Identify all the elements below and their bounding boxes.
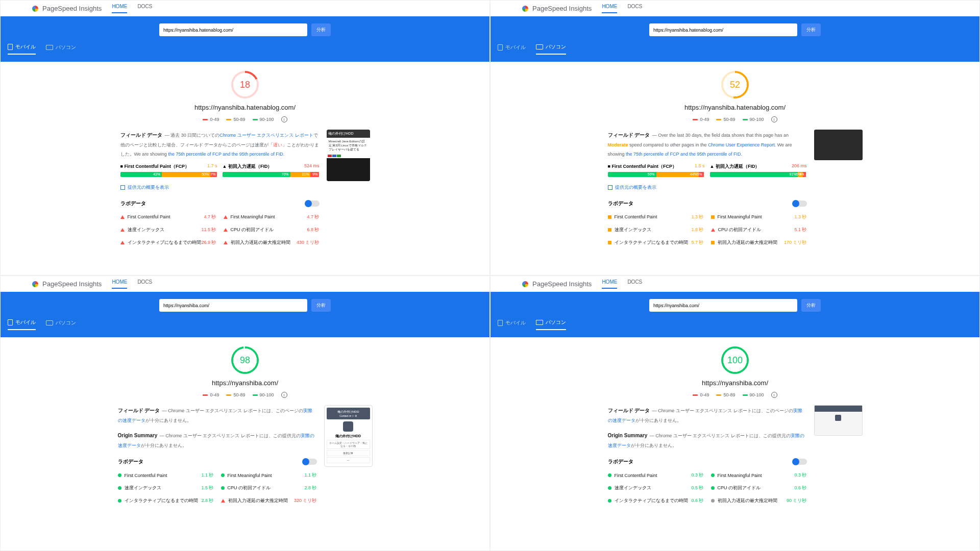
status-icon [118, 486, 121, 490]
psi-panel-2: PageSpeed Insights HOME DOCS 分析 モバイル パソコ… [0, 276, 490, 551]
fcp-bar: 43%50%7% [120, 172, 217, 177]
info-icon[interactable]: i [771, 116, 777, 122]
status-icon [711, 499, 715, 503]
nav-home[interactable]: HOME [112, 4, 127, 13]
mobile-icon [8, 319, 13, 325]
analyze-button[interactable]: 分析 [801, 299, 821, 312]
lab-metric-row: 速度インデックス 1.5 秒 [118, 482, 214, 494]
psi-panel-1: PageSpeed Insights HOME DOCS 分析 モバイル パソコ… [490, 0, 980, 276]
score-legend: 0-49 50-89 90-100 i [693, 392, 777, 398]
page-preview [814, 405, 863, 436]
origin-summary-label: Origin Summary [118, 433, 158, 438]
view-toggle[interactable] [793, 201, 807, 207]
tab-desktop[interactable]: パソコン [536, 319, 566, 330]
status-icon [711, 486, 715, 490]
analyze-button[interactable]: 分析 [311, 23, 331, 36]
performance-score: 52 [721, 71, 749, 98]
origin-summary-toggle[interactable]: 提供元の概要を表示 [608, 184, 807, 191]
lab-metric-row: インタラクティブになるまでの時間 0.6 秒 [608, 495, 704, 507]
app-logo[interactable]: PageSpeed Insights [31, 280, 102, 288]
nav-home[interactable]: HOME [112, 279, 127, 289]
lab-metric-row: CPU の初回アイドル 6.8 秒 [224, 224, 320, 236]
tab-desktop[interactable]: パソコン [46, 43, 76, 55]
fcp-bar: 50%44%5% [608, 172, 705, 177]
app-logo[interactable]: PageSpeed Insights [31, 5, 102, 13]
status-icon [608, 215, 611, 219]
status-icon [221, 473, 225, 477]
field-data-label: フィールド データ [608, 408, 650, 413]
lab-metric-row: CPU の初回アイドル 0.6 秒 [711, 482, 807, 494]
lab-metric-row: First Contentful Paint 4.7 秒 [120, 211, 216, 223]
lab-metric-row: First Contentful Paint 1.3 秒 [608, 211, 704, 223]
fid-bar: 91%5%3% [710, 172, 807, 177]
app-logo[interactable]: PageSpeed Insights [521, 280, 592, 288]
nav-home[interactable]: HOME [602, 279, 617, 289]
performance-score: 18 [231, 71, 259, 98]
info-icon[interactable]: i [771, 392, 777, 398]
mobile-icon [498, 44, 503, 51]
fcp-metric: ■ First Contentful Paint（FCP）1.5 s [608, 163, 705, 170]
score-legend: 0-49 50-89 90-100 i [693, 116, 777, 122]
nav-docs[interactable]: DOCS [137, 279, 152, 289]
fcp-metric: ■ First Contentful Paint（FCP）1.7 s [120, 163, 217, 170]
status-icon [608, 228, 611, 232]
nav-docs[interactable]: DOCS [627, 4, 642, 13]
url-input[interactable] [159, 23, 307, 36]
view-toggle[interactable] [303, 459, 317, 465]
url-input[interactable] [649, 23, 797, 36]
tab-mobile[interactable]: モバイル [498, 43, 526, 55]
tab-desktop[interactable]: パソコン [46, 319, 76, 330]
lab-data-label: ラボデータ [120, 200, 146, 207]
status-icon [118, 499, 121, 503]
mobile-icon [498, 320, 503, 326]
status-icon [608, 486, 611, 490]
origin-summary-label: Origin Summary [608, 433, 648, 438]
status-icon [224, 215, 228, 219]
url-input[interactable] [649, 299, 797, 312]
status-icon [120, 228, 125, 232]
page-preview: 俺の外付けHDDMinecraft Java Editionの設定 第3回 Li… [327, 130, 370, 181]
psi-panel-3: PageSpeed Insights HOME DOCS 分析 モバイル パソコ… [490, 276, 980, 551]
tested-url: https://nyanshiba.hatenablog.com/ [684, 104, 786, 111]
tab-mobile[interactable]: モバイル [8, 319, 36, 330]
mobile-icon [8, 44, 13, 50]
lab-data-label: ラボデータ [608, 200, 633, 207]
lab-metric-row: 初回入力遅延の最大推定時間 90 ミリ秒 [711, 495, 807, 507]
view-toggle[interactable] [305, 201, 320, 207]
lab-metric-row: First Contentful Paint 1.1 秒 [118, 469, 214, 481]
status-icon [120, 215, 125, 219]
origin-summary-toggle[interactable]: 提供元の概要を表示 [120, 184, 320, 191]
desktop-icon [46, 45, 53, 50]
lab-metric-row: 速度インデックス 0.5 秒 [608, 482, 704, 494]
nav-docs[interactable]: DOCS [627, 279, 642, 289]
tab-desktop[interactable]: パソコン [536, 43, 566, 55]
lab-metric-row: 初回入力遅延の最大推定時間 320 ミリ秒 [221, 495, 317, 507]
field-data-label: フィールド データ [118, 408, 160, 413]
info-icon[interactable]: i [281, 116, 287, 122]
lab-metric-row: First Meaningful Paint 4.7 秒 [224, 211, 320, 223]
nav-docs[interactable]: DOCS [137, 4, 152, 13]
analyze-button[interactable]: 分析 [801, 23, 821, 36]
lab-metric-row: 初回入力遅延の最大推定時間 170 ミリ秒 [711, 237, 807, 248]
status-icon [711, 215, 715, 219]
analyze-button[interactable]: 分析 [311, 299, 331, 312]
desktop-icon [536, 44, 543, 49]
psi-icon [31, 280, 39, 288]
info-icon[interactable]: i [281, 392, 287, 398]
lab-metric-row: インタラクティブになるまでの時間 2.8 秒 [118, 495, 214, 507]
app-logo[interactable]: PageSpeed Insights [521, 5, 592, 13]
lab-metric-row: 初回入力遅延の最大推定時間 430 ミリ秒 [224, 237, 320, 248]
status-icon [221, 499, 225, 503]
page-preview: 俺の外付けHDDContact ✉ ☆ ⚙俺の外付けHDDホーム設定・ハードウェ… [324, 405, 373, 467]
tab-mobile[interactable]: モバイル [498, 319, 526, 330]
tab-mobile[interactable]: モバイル [8, 43, 36, 55]
status-icon [608, 241, 611, 244]
view-toggle[interactable] [793, 459, 807, 465]
status-icon [120, 241, 125, 244]
fid-metric: ▲ 初回入力遅延（FID）206 ms [710, 163, 807, 170]
url-input[interactable] [159, 299, 307, 312]
desktop-icon [536, 320, 543, 325]
nav-home[interactable]: HOME [602, 4, 617, 13]
score-legend: 0-49 50-89 90-100 i [203, 392, 287, 398]
field-data-label: フィールド データ [608, 132, 650, 138]
